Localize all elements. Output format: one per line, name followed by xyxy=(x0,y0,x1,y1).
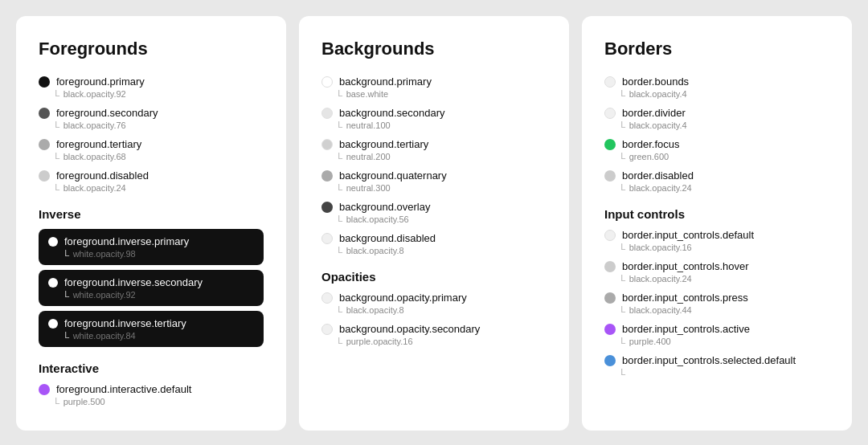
list-item: background.disabled black.opacity.8 xyxy=(321,232,547,255)
list-item: foreground.inverse.tertiary white.opacit… xyxy=(39,311,264,347)
dot-icon xyxy=(321,139,333,150)
main-container: Foregrounds foreground.primary black.opa… xyxy=(16,16,852,431)
list-item: background.opacity.secondary purple.opac… xyxy=(321,323,547,346)
list-item: background.quaternary neutral.300 xyxy=(321,169,547,193)
list-item: foreground.primary black.opacity.92 xyxy=(39,76,264,99)
list-item: foreground.disabled black.opacity.24 xyxy=(39,169,264,193)
list-item: background.primary base.white xyxy=(321,76,547,99)
backgrounds-card: Backgrounds background.primary base.whit… xyxy=(299,16,569,431)
dot-icon xyxy=(48,278,58,288)
border-items: border.bounds black.opacity.4 border.div… xyxy=(604,76,829,193)
dot-icon xyxy=(604,324,616,335)
dot-icon xyxy=(321,202,333,213)
dot-icon xyxy=(321,76,333,88)
dot-icon xyxy=(48,319,58,329)
list-item: background.opacity.primary black.opacity… xyxy=(321,292,547,315)
backgrounds-title: Backgrounds xyxy=(321,39,547,59)
dot-icon xyxy=(321,233,333,244)
foregrounds-title: Foregrounds xyxy=(39,39,264,59)
dot-icon xyxy=(604,355,616,366)
interactive-section-title: Interactive xyxy=(39,361,264,375)
dot-icon xyxy=(604,108,616,119)
list-item: border.input_controls.hover black.opacit… xyxy=(604,260,829,284)
list-item: foreground.tertiary black.opacity.68 xyxy=(39,138,264,161)
list-item: background.overlay black.opacity.56 xyxy=(321,201,547,224)
list-item: border.input_controls.active purple.400 xyxy=(604,323,829,346)
inverse-items: foreground.inverse.primary white.opacity… xyxy=(39,229,264,347)
dot-icon xyxy=(321,108,333,119)
list-item: border.input_controls.press black.opacit… xyxy=(604,292,829,315)
list-item: background.secondary neutral.100 xyxy=(321,107,547,130)
borders-card: Borders border.bounds black.opacity.4 bo… xyxy=(582,16,852,431)
list-item: border.divider black.opacity.4 xyxy=(604,107,829,130)
dot-icon xyxy=(604,139,616,150)
dot-icon xyxy=(321,292,333,304)
dot-icon xyxy=(39,108,50,119)
list-item: foreground.secondary black.opacity.76 xyxy=(39,107,264,130)
dot-icon xyxy=(48,237,58,247)
dot-icon xyxy=(604,230,616,241)
dot-icon xyxy=(604,261,616,272)
foreground-items: foreground.primary black.opacity.92 fore… xyxy=(39,76,264,193)
dot-icon xyxy=(604,292,616,304)
dot-icon xyxy=(321,170,333,182)
list-item: foreground.inverse.secondary white.opaci… xyxy=(39,270,264,306)
list-item: border.focus green.600 xyxy=(604,138,829,161)
dot-icon xyxy=(39,76,50,88)
opacities-section-title: Opacities xyxy=(321,270,547,284)
dot-icon xyxy=(39,384,50,395)
input-control-items: border.input_controls.default black.opac… xyxy=(604,229,829,378)
list-item: border.bounds black.opacity.4 xyxy=(604,76,829,99)
inverse-section-title: Inverse xyxy=(39,207,264,221)
dot-icon xyxy=(604,170,616,182)
dot-icon xyxy=(39,139,50,150)
dot-icon xyxy=(604,76,616,88)
list-item: border.input_controls.selected.default xyxy=(604,354,829,378)
dot-icon xyxy=(39,170,50,182)
borders-title: Borders xyxy=(604,39,829,59)
opacity-items: background.opacity.primary black.opacity… xyxy=(321,292,547,346)
dot-icon xyxy=(321,324,333,335)
list-item: foreground.inverse.primary white.opacity… xyxy=(39,229,264,265)
list-item: background.tertiary neutral.200 xyxy=(321,138,547,161)
list-item: border.disabled black.opacity.24 xyxy=(604,169,829,193)
input-controls-title: Input controls xyxy=(604,207,829,221)
list-item: border.input_controls.default black.opac… xyxy=(604,229,829,252)
foregrounds-card: Foregrounds foreground.primary black.opa… xyxy=(16,16,286,431)
background-items: background.primary base.white background… xyxy=(321,76,547,255)
list-item: foreground.interactive.default purple.50… xyxy=(39,383,264,406)
